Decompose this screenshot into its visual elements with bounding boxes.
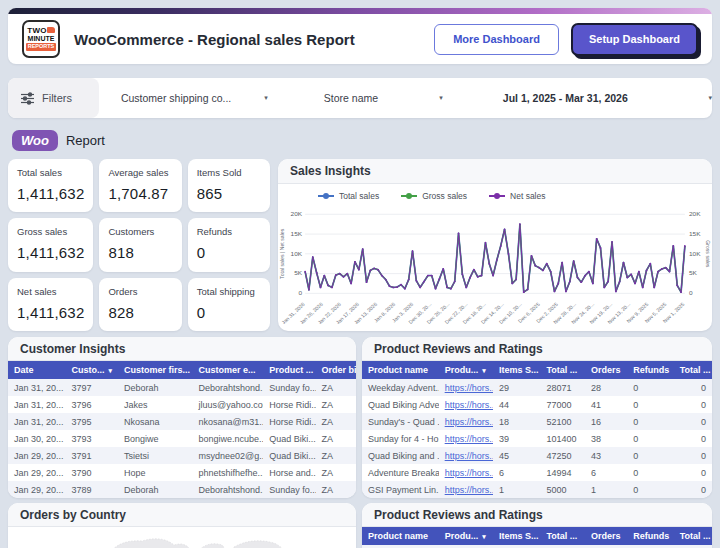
column-header-orders[interactable]: Orders [585,527,627,545]
column-header-items-s[interactable]: Items S... [493,361,540,379]
cell-total: 77000 [541,396,585,413]
data-point [569,281,571,283]
data-point [519,223,521,225]
data-point [446,287,448,289]
table-row[interactable]: Jan 29, 20...3790Hopephnetshifhefhe...Ho… [8,464,356,481]
column-header-total[interactable]: Total ... [674,361,712,379]
column-header-produ[interactable]: Produ...▾ [439,527,493,545]
logo-line-1: TWO [27,26,46,35]
column-header-total[interactable]: Total ... [541,527,585,545]
cell-refunds: 0 [627,481,673,498]
kpi-value: 865 [197,185,261,202]
table-row[interactable]: Jan 29, 20...3789DeborahDeborahtshond...… [8,481,356,498]
logo-flag-shape [47,27,55,33]
cell-refunds: 0 [627,396,673,413]
data-point [477,276,479,278]
cell-orders: 38 [585,430,627,447]
cell-items-s: 39 [493,430,540,447]
chevron-down-icon: ▾ [264,94,268,102]
data-point [573,260,575,262]
table-row[interactable]: Jan 31, 20...3796Jakesjluus@yahoo.comHor… [8,396,356,413]
column-header-customer-firs[interactable]: Customer firs... [118,361,193,379]
table-row[interactable]: Jan 31, 20...3797DeborahDeborahtshond...… [8,379,356,396]
column-header-total[interactable]: Total ... [541,361,585,379]
data-point [684,245,686,247]
column-header-total[interactable]: Total ... [674,527,712,545]
cell-produ[interactable]: https://hors... [439,464,493,481]
cell-refunds: 0 [627,447,673,464]
data-point [661,268,663,270]
column-header-order-bi[interactable]: Order bi... [316,361,356,379]
column-header-product-name[interactable]: Product name [362,527,439,545]
table-row[interactable]: GSI Payment Lin...https://hors...1500010… [362,481,712,498]
column-header-refunds[interactable]: Refunds [627,527,673,545]
more-dashboard-button[interactable]: More Dashboard [434,24,559,55]
table-row[interactable]: Quad Biking and ...https://hors...454725… [362,447,712,464]
data-point [584,275,586,277]
cell-orders: 16 [585,413,627,430]
legend-item-total-sales[interactable]: Total sales [318,191,379,201]
cell-customer-firs: Tsietsi [118,447,193,464]
cell-orders: 1 [585,481,627,498]
product-reviews-table: Product nameProdu...▾Items S...Total ...… [362,361,712,498]
date-range-dropdown[interactable]: Jul 1, 2025 - Mar 31, 2026 ▾ [503,78,712,118]
cell-custo: 3797 [65,379,117,396]
table-row[interactable]: Weekday Advent...https://hors...29280712… [362,379,712,396]
table-row[interactable]: Jan 30, 20...3793Bongiwebongiwe.ncube...… [8,430,356,447]
world-map[interactable] [8,527,356,548]
cell-orders: 28 [585,379,627,396]
column-header-items-s[interactable]: Items S... [493,527,540,545]
cell-produ[interactable]: https://hors... [439,447,493,464]
kpi-card-total-shipping: Total shipping0 [188,278,270,331]
data-point [680,291,682,293]
table-row[interactable]: Sunday's - Quad ...https://hors...185210… [362,413,712,430]
table-row[interactable]: Sunday for 4 - Ho...https://hors...39101… [362,430,712,447]
kpi-label: Customers [108,226,172,237]
bottom-grid: Customer Insights DateCusto...▾Customer … [8,337,712,498]
data-point [438,278,440,280]
cell-produ[interactable]: https://hors... [439,396,493,413]
data-point [580,281,582,283]
table-row[interactable]: Jan 31, 20...3795Nkosanankosana@m31...Ho… [8,413,356,430]
column-header-refunds[interactable]: Refunds [627,361,673,379]
sort-caret-icon: ▾ [482,533,486,540]
cell-total: 0 [674,379,712,396]
table-row[interactable]: Jan 29, 20...3791Tsietsimsydnee02@g...Qu… [8,447,356,464]
customer-shipping-country-dropdown[interactable]: Customer shipping co... ▾ [121,78,268,118]
y-tick-left: 10K [291,250,303,257]
cell-produ[interactable]: https://hors... [439,481,493,498]
filters-toggle[interactable]: Filters [8,78,99,118]
data-point [565,291,567,293]
table-row[interactable]: Quad Biking Adve...https://hors...447700… [362,396,712,413]
cell-refunds: 0 [627,464,673,481]
setup-dashboard-button[interactable]: Setup Dashboard [571,23,698,56]
column-header-custo[interactable]: Custo...▾ [65,361,117,379]
cell-product-name: Adventure Breaka... [362,464,439,481]
cell-produ[interactable]: https://hors... [439,430,493,447]
column-header-product-name[interactable]: Product name [362,361,439,379]
cell-customer-firs: Hope [118,464,193,481]
store-name-dropdown[interactable]: Store name ▾ [324,78,443,118]
data-point [527,289,529,291]
cell-date: Jan 31, 20... [8,413,65,430]
column-header-orders[interactable]: Orders [585,361,627,379]
table-row[interactable]: Adventure Breaka...https://hors...614994… [362,464,712,481]
data-point [461,273,463,275]
sales-insights-card: Sales Insights Total salesGross salesNet… [278,159,712,331]
legend-item-gross-sales[interactable]: Gross sales [401,191,467,201]
column-header-product[interactable]: Product ... [263,361,315,379]
cell-order-bi: ZA [316,413,356,430]
data-point [412,250,414,252]
column-header-customer-e[interactable]: Customer e... [193,361,264,379]
column-header-date[interactable]: Date [8,361,65,379]
column-header-produ[interactable]: Produ...▾ [439,361,493,379]
data-point [646,270,648,272]
legend-item-net-sales[interactable]: Net sales [489,191,545,201]
cell-produ[interactable]: https://hors... [439,379,493,396]
data-point [389,285,391,287]
cell-produ[interactable]: https://hors... [439,413,493,430]
kpi-label: Items Sold [197,167,261,178]
data-point [423,281,425,283]
data-point [354,261,356,263]
data-point [504,229,506,231]
